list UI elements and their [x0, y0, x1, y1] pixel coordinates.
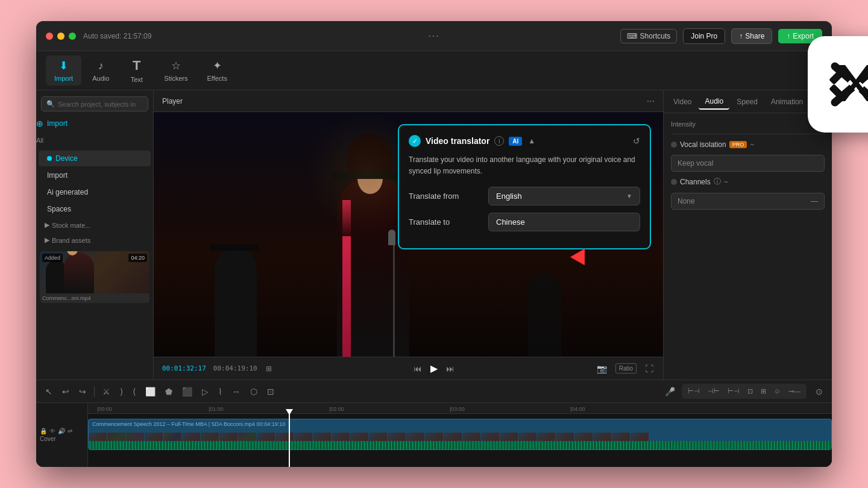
zoom-to-fit[interactable]: ⊙ [813, 385, 826, 398]
title-bar-right: ⌨ Shortcuts Join Pro ↑ Share ↑ Export [620, 28, 822, 44]
player-menu-button[interactable]: ··· [647, 96, 655, 107]
sidebar-item-device[interactable]: Device [39, 151, 151, 166]
grid-icon[interactable]: ⊞ [265, 363, 273, 374]
sidebar-section-stock[interactable]: ▶ Stock mate... [36, 217, 153, 233]
tab-speed[interactable]: Speed [731, 95, 764, 109]
play-track-tool[interactable]: ▷ [199, 385, 212, 398]
keep-vocal-dropdown[interactable]: Keep vocal [671, 155, 825, 172]
timeline-tracks: |00:00 |01:00 |02:00 |03:00 |04:00 Comme… [88, 403, 832, 467]
video-track[interactable]: Commencement Speech 2012 – Full-Time MBA… [88, 419, 832, 450]
player-area: Player ··· [154, 90, 663, 380]
tab-audio[interactable]: Audio [699, 94, 729, 110]
next-frame-button[interactable]: ⏭ [445, 363, 456, 375]
reverse-tool[interactable]: ↔ [229, 385, 244, 398]
sidebar-item-ai-generated[interactable]: Ai generated [39, 184, 151, 200]
mic-button[interactable]: 🎤 [662, 385, 678, 398]
crop-2-tool[interactable]: ⬡ [247, 385, 260, 398]
fullscreen-button[interactable]: ⛶ [644, 363, 655, 375]
translate-to-value: Chinese [496, 217, 525, 227]
shortcuts-button[interactable]: ⌨ Shortcuts [620, 29, 678, 43]
expand-tool[interactable]: ⊡ [264, 385, 277, 398]
split-right-tool[interactable]: ⟩ [117, 385, 126, 398]
select-tool[interactable]: ↖ [42, 385, 55, 398]
sidebar-item-import[interactable]: Import [39, 167, 151, 183]
flip-tool[interactable]: ⬛ [179, 385, 195, 398]
translate-to-select[interactable]: Chinese [488, 213, 640, 231]
translate-from-row: Translate from English ▼ [409, 187, 640, 205]
vt-expand-icon[interactable]: ▲ [528, 137, 535, 145]
crop-tool[interactable]: ⬜ [142, 385, 159, 398]
split-track-btn[interactable]: ⊢⊣ [685, 386, 703, 397]
detach-btn[interactable]: ⊢⊣ [725, 386, 743, 397]
vocal-dot [671, 142, 677, 148]
channels-dot [671, 179, 677, 185]
tool-stickers-label: Stickers [164, 75, 187, 82]
channels-expand[interactable]: ~ [724, 178, 728, 186]
channels-dropdown[interactable]: None — [671, 193, 825, 210]
maximize-button[interactable] [69, 33, 76, 40]
emoji-btn[interactable]: ☺ [771, 386, 784, 397]
tick-1: |01:00 [209, 406, 224, 412]
tab-video[interactable]: Video [667, 95, 697, 109]
undo-button[interactable]: ↩ [59, 385, 72, 398]
volume-slider[interactable]: ⊸— [785, 386, 804, 397]
divider-1 [671, 134, 825, 134]
eye-icon[interactable]: 👁 [49, 428, 55, 434]
split-tool[interactable]: ⚔ [99, 385, 113, 398]
join-pro-button[interactable]: Join Pro [683, 28, 725, 44]
tool-effects-label: Effects [207, 75, 227, 82]
shield-tool[interactable]: ⬟ [162, 385, 175, 398]
search-bar[interactable]: 🔍 Search project, subjects in [41, 96, 148, 111]
channels-arrow: — [811, 197, 818, 205]
play-button[interactable]: ▶ [430, 363, 438, 374]
merge-btn[interactable]: ⊣⊢ [705, 386, 723, 397]
speaker-icon[interactable]: 🔊 [58, 428, 65, 434]
plus-icon: ⊕ [36, 119, 43, 128]
translate-from-label: Translate from [409, 192, 481, 201]
sidebar-item-spaces[interactable]: Spaces [39, 201, 151, 217]
media-thumbnail[interactable]: Added 04:20 Commenc...oni.mp4 [40, 251, 149, 303]
translate-from-select[interactable]: English ▼ [488, 187, 640, 205]
subtitle-btn[interactable]: ⊞ [758, 386, 769, 397]
redo-button[interactable]: ↪ [76, 385, 89, 398]
title-bar-center: ··· [428, 31, 439, 42]
vt-info-icon[interactable]: i [494, 136, 504, 146]
tool-stickers[interactable]: ☆ Stickers [156, 55, 196, 86]
channels-info[interactable]: ⓘ [714, 177, 721, 187]
tool-effects[interactable]: ✦ Effects [198, 55, 235, 86]
lock-icon[interactable]: 🔒 [40, 428, 47, 434]
toolbar: ⬇ Import ♪ Audio T Text ☆ Stickers ✦ Eff… [36, 51, 832, 90]
tool-audio[interactable]: ♪ Audio [84, 56, 118, 86]
import-button[interactable]: ⊕ Import [36, 116, 153, 131]
more-options-icon[interactable]: ··· [428, 31, 439, 42]
timeline-area: ↖ ↩ ↪ ⚔ ⟩ ⟨ ⬜ ⬟ ⬛ ▷ ⌇ ↔ ⬡ ⊡ 🎤 ⊢⊣ ⊣⊢ ⊢⊣ ⊡… [36, 380, 832, 467]
brand-label: Brand assets [52, 237, 90, 244]
playhead[interactable] [289, 414, 290, 467]
tab-animation[interactable]: Animation [765, 95, 809, 109]
tool-import[interactable]: ⬇ Import [46, 55, 81, 86]
vocal-info[interactable]: ~ [750, 140, 754, 149]
total-time: 00:04:19:10 [213, 364, 257, 372]
channels-row: Channels ⓘ ~ [671, 177, 825, 187]
cover-label: Cover [40, 436, 56, 442]
minimize-button[interactable] [57, 33, 64, 40]
share-button[interactable]: ↑ Share [731, 28, 772, 44]
tool-text[interactable]: T Text [120, 54, 153, 87]
panel-tabs: Video Audio Speed Animation Adjustment » [664, 90, 832, 113]
screenshot-icon[interactable]: 📷 [596, 363, 608, 375]
vt-refresh-icon[interactable]: ↺ [633, 136, 640, 146]
split-left-tool[interactable]: ⟨ [130, 385, 139, 398]
search-icon: 🔍 [46, 100, 55, 108]
close-button[interactable] [46, 33, 53, 40]
sidebar-section-brand[interactable]: ▶ Brand assets [36, 233, 153, 248]
intensity-section: Intensity [671, 120, 825, 128]
import-sidebar-label: Import [47, 171, 68, 180]
effects-icon: ✦ [213, 59, 222, 72]
ratio-button[interactable]: Ratio [615, 363, 637, 374]
prev-frame-button[interactable]: ⏮ [412, 363, 423, 375]
transition-btn[interactable]: ⊡ [744, 386, 756, 397]
audio-wave-tool[interactable]: ⌇ [215, 385, 225, 398]
traffic-lights [46, 33, 76, 40]
swap-icon[interactable]: ⇄ [68, 428, 72, 434]
tab-video-label: Video [673, 98, 691, 106]
